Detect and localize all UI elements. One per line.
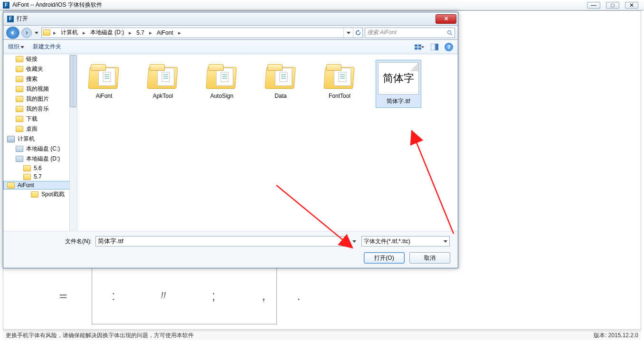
file-item[interactable]: AiFont <box>81 60 127 108</box>
folder-icon <box>31 191 38 198</box>
nav-history-dropdown[interactable] <box>34 27 39 39</box>
tree-item[interactable]: AiFont <box>3 181 77 189</box>
svg-rect-18 <box>222 78 227 79</box>
tree-item[interactable]: 计算机 <box>3 134 77 144</box>
tree-item[interactable]: 链接 <box>3 54 77 64</box>
breadcrumb-bar[interactable]: ▸ 计算机 ▸ 本地磁盘 (D:) ▸ 5.7 ▸ AiFont ▸ <box>41 28 363 38</box>
breadcrumb-dropdown[interactable] <box>343 28 353 38</box>
tree-item[interactable]: 搜索 <box>3 74 77 84</box>
tree-item-label: 我的图片 <box>26 95 49 103</box>
svg-rect-5 <box>431 44 435 50</box>
tree-item-label: 下载 <box>26 115 38 123</box>
search-icon <box>447 30 453 36</box>
folder-icon <box>16 76 23 82</box>
view-options-button[interactable] <box>414 43 425 51</box>
scrollbar-thumb[interactable] <box>70 55 76 107</box>
search-input[interactable]: 搜索 AiFont <box>365 28 455 38</box>
svg-rect-12 <box>163 74 168 75</box>
svg-rect-22 <box>281 78 286 79</box>
close-button[interactable]: ✕ <box>625 2 638 9</box>
tree-item[interactable]: 我的视频 <box>3 84 77 94</box>
svg-rect-13 <box>163 76 168 77</box>
dialog-icon: F <box>7 16 14 22</box>
organize-button[interactable]: 组织 <box>8 43 24 51</box>
nav-forward-button[interactable] <box>21 28 32 38</box>
tree-item[interactable]: 我的音乐 <box>3 104 77 114</box>
tree-item-label: 收藏夹 <box>26 65 43 73</box>
arrow-left-icon <box>10 30 16 36</box>
file-area[interactable]: AiFontApkToolAutoSignDataFontTool简体字简体字.… <box>77 54 458 231</box>
breadcrumb-item[interactable]: 5.7 <box>133 28 147 38</box>
folder-icon <box>264 62 298 90</box>
file-item[interactable]: FontTool <box>317 60 362 108</box>
help-button[interactable]: ? <box>445 43 453 51</box>
tree-item-label: 链接 <box>26 55 38 63</box>
svg-rect-1 <box>415 44 417 47</box>
chevron-right-icon: ▸ <box>81 29 87 36</box>
tree-item-label: 本地磁盘 (C:) <box>26 145 60 153</box>
refresh-icon <box>355 30 361 36</box>
folder-icon <box>7 182 15 189</box>
cancel-button[interactable]: 取消 <box>409 252 450 264</box>
breadcrumb-item[interactable]: 本地磁盘 (D:) <box>87 28 127 38</box>
tree-item[interactable]: 下载 <box>3 114 77 124</box>
folder-icon <box>322 62 357 90</box>
svg-rect-20 <box>281 74 286 75</box>
minimize-button[interactable]: — <box>587 2 600 9</box>
open-button[interactable]: 打开(O) <box>364 252 405 264</box>
chevron-down-icon <box>20 45 24 49</box>
chevron-down-icon <box>35 31 38 35</box>
status-text: 更换手机字体有风险，请确保能解决因换字体出现的问题，方可使用本软件 <box>6 332 194 340</box>
tree-item-label: 5.7 <box>34 173 42 180</box>
app-title: AiFont -- Android/iOS 字体转换软件 <box>12 1 102 9</box>
tree-item[interactable]: 5.6 <box>3 164 77 172</box>
tree-item[interactable]: 桌面 <box>3 124 77 134</box>
tree-item[interactable]: 本地磁盘 (D:) <box>3 154 77 164</box>
filename-label: 文件名(N): <box>65 237 92 246</box>
dialog-footer: 文件名(N): 字体文件(*.ttf,*.ttc) 打开(O) 取消 <box>3 231 458 268</box>
folder-icon <box>16 56 23 62</box>
file-label: ApkTool <box>153 93 173 99</box>
tree-item[interactable]: 我的图片 <box>3 94 77 104</box>
filename-history-dropdown[interactable] <box>351 238 358 245</box>
tree-item-label: AiFont <box>18 182 34 189</box>
drive-icon <box>16 146 23 152</box>
folder-icon <box>16 126 23 132</box>
preview-pane-button[interactable] <box>429 43 440 51</box>
file-item[interactable]: ApkTool <box>140 60 186 108</box>
svg-rect-10 <box>104 78 109 79</box>
app-statusbar: 更换手机字体有风险，请确保能解决因换字体出现的问题，方可使用本软件 版本: 20… <box>3 331 641 340</box>
svg-rect-8 <box>104 74 109 75</box>
file-label: AutoSign <box>210 93 234 99</box>
nav-back-button[interactable] <box>6 27 19 39</box>
tree-item[interactable]: Spot戳戳 <box>3 189 77 199</box>
filename-input[interactable] <box>95 236 347 246</box>
tree-item[interactable]: 收藏夹 <box>3 64 77 74</box>
tree-item-label: 5.6 <box>34 165 42 171</box>
new-folder-button[interactable]: 新建文件夹 <box>33 43 61 51</box>
chevron-down-icon <box>421 45 424 49</box>
file-item[interactable]: Data <box>258 60 303 108</box>
maximize-button[interactable]: □ <box>606 2 619 9</box>
tree-item-label: 本地磁盘 (D:) <box>26 155 60 163</box>
chevron-down-icon <box>444 239 447 243</box>
folder-icon <box>146 62 180 90</box>
version-text: 版本: 2015.12.2.0 <box>594 332 638 340</box>
dialog-nav: ▸ 计算机 ▸ 本地磁盘 (D:) ▸ 5.7 ▸ AiFont ▸ 搜索 Ai… <box>3 26 458 40</box>
svg-rect-16 <box>222 74 227 75</box>
view-icon <box>415 44 421 50</box>
file-item[interactable]: 简体字简体字.ttf <box>376 60 421 108</box>
refresh-button[interactable] <box>353 28 362 38</box>
file-item[interactable]: AutoSign <box>199 60 245 108</box>
nav-tree[interactable]: 链接收藏夹搜索我的视频我的图片我的音乐下载桌面计算机本地磁盘 (C:)本地磁盘 … <box>3 54 77 231</box>
breadcrumb-item[interactable]: AiFont <box>154 28 176 38</box>
chevron-right-icon: ▸ <box>176 29 183 36</box>
breadcrumb-item[interactable]: 计算机 <box>58 28 81 38</box>
tree-item-label: Spot戳戳 <box>41 190 65 199</box>
chevron-down-icon <box>352 239 356 243</box>
app-titlebar: F AiFont -- Android/iOS 字体转换软件 — □ ✕ <box>0 0 644 10</box>
tree-item[interactable]: 本地磁盘 (C:) <box>3 144 77 154</box>
file-type-filter[interactable]: 字体文件(*.ttf,*.ttc) <box>361 236 450 246</box>
tree-item[interactable]: 5.7 <box>3 172 77 181</box>
dialog-close-button[interactable]: ✕ <box>436 14 456 24</box>
